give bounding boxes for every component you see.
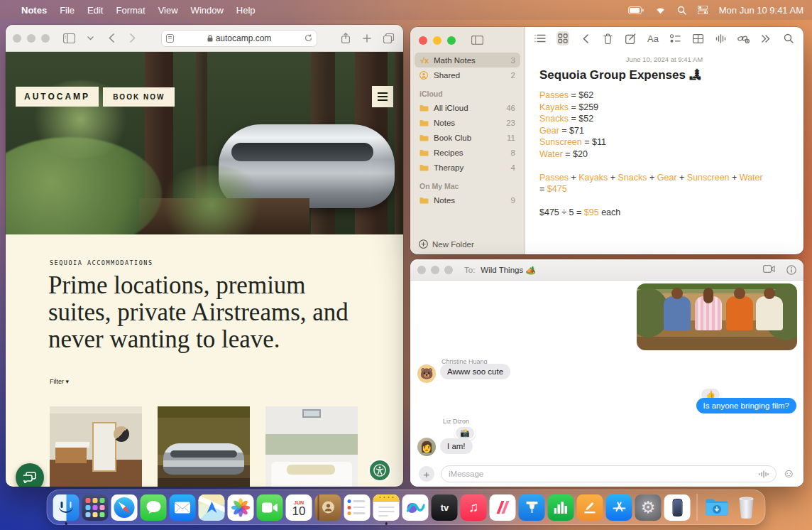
dock-icon-mail[interactable]: [170, 494, 196, 521]
dock-icon-downloads[interactable]: [704, 494, 730, 521]
minimize-button[interactable]: [27, 34, 35, 43]
sidebar-item-notes[interactable]: Notes 23: [415, 115, 520, 130]
back-icon[interactable]: [579, 31, 592, 45]
chat-widget-button[interactable]: [16, 463, 44, 487]
new-folder-button[interactable]: New Folder: [419, 239, 474, 249]
sidebar-item-notes[interactable]: Notes 9: [415, 193, 520, 207]
received-message[interactable]: Awww soo cute: [440, 364, 510, 379]
sidebar-item-book-club[interactable]: Book Club 11: [415, 130, 520, 145]
menu-edit[interactable]: Edit: [87, 5, 103, 16]
reader-icon[interactable]: [166, 34, 174, 43]
emoji-picker-icon[interactable]: ☺: [783, 467, 795, 481]
checklist-icon[interactable]: [669, 31, 682, 45]
menu-file[interactable]: File: [60, 5, 75, 16]
format-icon[interactable]: Aa: [647, 31, 659, 45]
app-menu-notes[interactable]: Notes: [21, 5, 47, 16]
minimize-button[interactable]: [431, 266, 439, 274]
dock-icon-tv[interactable]: tv: [432, 494, 458, 521]
facetime-video-icon[interactable]: [763, 265, 775, 275]
dock-icon-freeform[interactable]: [402, 494, 429, 521]
dock-icon-iphone-mirroring[interactable]: [664, 494, 691, 521]
book-now-button[interactable]: BOOK NOW: [103, 87, 175, 107]
dock-icon-facetime[interactable]: [257, 494, 283, 521]
menu-view[interactable]: View: [158, 5, 178, 16]
autocamp-logo[interactable]: AUTOCAMP: [16, 87, 99, 107]
table-icon[interactable]: [692, 31, 705, 45]
dock-icon-photos[interactable]: [228, 494, 254, 521]
menu-help[interactable]: Help: [236, 5, 256, 16]
more-toolbar-icon[interactable]: [759, 31, 772, 45]
dock-icon-pages[interactable]: [577, 494, 603, 521]
dock-icon-safari[interactable]: [111, 494, 138, 521]
dock-icon-music[interactable]: ♫: [461, 494, 487, 521]
dictation-icon[interactable]: [759, 470, 769, 478]
hamburger-menu-button[interactable]: [372, 86, 393, 107]
close-button[interactable]: [417, 266, 426, 274]
reload-icon[interactable]: [304, 34, 312, 42]
sidebar-item-math-notes[interactable]: √x Math Notes 3: [415, 53, 520, 67]
close-button[interactable]: [419, 36, 427, 45]
conversation-name[interactable]: Wild Things 🏕️: [481, 265, 535, 275]
dock-icon-maps[interactable]: [199, 494, 225, 521]
avatar-liz[interactable]: 👩: [417, 438, 436, 456]
close-button[interactable]: [13, 34, 21, 43]
menu-format[interactable]: Format: [116, 5, 145, 16]
gallery-view-icon[interactable]: [556, 31, 569, 45]
zoom-button[interactable]: [41, 34, 50, 43]
dock-icon-contacts[interactable]: [315, 494, 341, 521]
menu-bar-clock[interactable]: Mon Jun 10 9:41 AM: [719, 5, 803, 16]
dock-icon-finder[interactable]: [53, 494, 79, 521]
avatar-christine[interactable]: 🐻: [417, 364, 436, 383]
minimize-button[interactable]: [433, 36, 441, 45]
sidebar-item-shared[interactable]: Shared 2: [415, 67, 520, 82]
trash-icon[interactable]: [601, 31, 614, 45]
spotlight-search-icon[interactable]: [677, 6, 686, 15]
sidebar-item-therapy[interactable]: Therapy 4: [415, 160, 520, 175]
share-icon[interactable]: [338, 31, 353, 46]
sent-message[interactable]: Is anyone bringing film?: [696, 398, 796, 413]
search-icon[interactable]: [782, 31, 795, 45]
dock-icon-reminders[interactable]: [344, 494, 371, 521]
forward-button[interactable]: [125, 31, 141, 46]
control-center-icon[interactable]: [698, 6, 708, 14]
dock-icon-numbers[interactable]: [548, 494, 574, 521]
sidebar-item-recipes[interactable]: Recipes 8: [415, 145, 520, 160]
dock-icon-system-settings[interactable]: ⚙: [635, 494, 662, 521]
add-link-icon[interactable]: [737, 31, 750, 45]
imessage-input[interactable]: iMessage: [441, 465, 777, 482]
filter-control[interactable]: Filter ▾: [50, 378, 69, 385]
received-message[interactable]: I am!: [440, 438, 473, 454]
tab-overview-icon[interactable]: [380, 31, 396, 46]
dock-icon-trash[interactable]: [733, 494, 759, 521]
dock-icon-news[interactable]: [490, 494, 516, 521]
note-body[interactable]: Passes = $62Kayaks = $259Snacks = $52Gea…: [539, 90, 803, 219]
battery-icon[interactable]: [628, 6, 644, 14]
listing-photo-exterior[interactable]: [158, 406, 250, 487]
sidebar-toggle-icon[interactable]: [471, 36, 483, 45]
address-bar[interactable]: autocamp.com: [161, 30, 317, 47]
dock-icon-calendar[interactable]: JUN10: [286, 494, 312, 521]
add-attachment-button[interactable]: +: [419, 466, 434, 482]
zoom-button[interactable]: [447, 36, 456, 45]
wifi-icon[interactable]: [655, 6, 666, 14]
photo-message[interactable]: [637, 283, 797, 350]
zoom-button[interactable]: [444, 266, 453, 274]
audio-icon[interactable]: [715, 31, 728, 45]
dock-icon-messages[interactable]: [141, 494, 167, 521]
dock-icon-keynote[interactable]: [519, 494, 545, 521]
listing-photo-interior[interactable]: [50, 406, 142, 487]
compose-icon[interactable]: [624, 31, 637, 45]
info-icon[interactable]: [786, 265, 796, 275]
dock-icon-notes[interactable]: [373, 494, 400, 521]
listing-photo-bedroom[interactable]: [265, 406, 358, 487]
sidebar-toggle-icon[interactable]: [61, 31, 77, 46]
back-button[interactable]: [104, 31, 119, 46]
dock-icon-launchpad[interactable]: [82, 494, 109, 521]
new-tab-icon[interactable]: [359, 31, 375, 46]
menu-window[interactable]: Window: [191, 5, 224, 16]
accessibility-button[interactable]: [368, 459, 391, 482]
list-view-icon[interactable]: [534, 31, 547, 45]
dock-icon-app-store[interactable]: [606, 494, 632, 521]
chevron-down-icon[interactable]: [82, 31, 98, 46]
sidebar-item-all-icloud[interactable]: All iCloud 46: [415, 100, 520, 115]
